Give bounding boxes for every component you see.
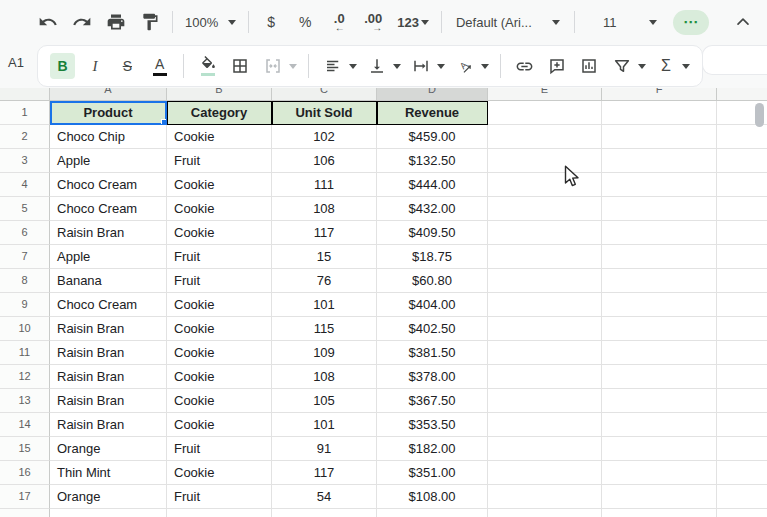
select-all-corner[interactable]	[0, 88, 50, 101]
cell-revenue[interactable]: $459.00	[377, 125, 488, 149]
cell-f1[interactable]	[602, 101, 717, 125]
merge-cells-button[interactable]	[260, 53, 297, 79]
cell-units[interactable]: 76	[272, 269, 377, 293]
row-header[interactable]: 10	[0, 317, 50, 341]
row-header[interactable]: 7	[0, 245, 50, 269]
cell-empty[interactable]	[717, 125, 767, 149]
zoom-select[interactable]: 100%	[185, 15, 236, 30]
cell-revenue[interactable]: $409.50	[377, 221, 488, 245]
name-box[interactable]: A1	[8, 49, 24, 75]
cell-empty[interactable]	[717, 197, 767, 221]
cell-empty[interactable]	[602, 437, 717, 461]
cell-empty[interactable]	[488, 245, 602, 269]
row-header[interactable]: 12	[0, 365, 50, 389]
text-wrap-button[interactable]	[408, 53, 445, 79]
cell-d1[interactable]: Revenue	[377, 101, 488, 125]
vertical-align-button[interactable]	[364, 53, 401, 79]
cell-empty[interactable]	[488, 341, 602, 365]
cell-revenue[interactable]: $18.75	[377, 245, 488, 269]
column-header-d[interactable]: D	[377, 88, 488, 101]
row-header[interactable]: 13	[0, 389, 50, 413]
cell-empty[interactable]	[602, 197, 717, 221]
cell-revenue[interactable]: $351.00	[377, 461, 488, 485]
horizontal-align-button[interactable]	[320, 53, 357, 79]
font-select[interactable]: Default (Ari...	[456, 15, 560, 30]
cell-product[interactable]: Apple	[50, 149, 167, 173]
cell-category[interactable]: Cookie	[167, 197, 272, 221]
cell-units[interactable]: 91	[272, 437, 377, 461]
cell-product[interactable]: Raisin Bran	[50, 365, 167, 389]
cell-empty[interactable]	[717, 317, 767, 341]
cell-e1[interactable]	[488, 101, 602, 125]
cell-empty[interactable]	[488, 461, 602, 485]
cell-empty[interactable]	[602, 125, 717, 149]
cell-units[interactable]: 108	[272, 197, 377, 221]
cell-empty[interactable]	[602, 149, 717, 173]
strikethrough-button[interactable]: S	[115, 53, 140, 79]
cell-empty[interactable]	[602, 269, 717, 293]
undo-button[interactable]	[36, 9, 60, 35]
row-header[interactable]: 17	[0, 485, 50, 509]
row-header[interactable]: 4	[0, 173, 50, 197]
row-header[interactable]: 9	[0, 293, 50, 317]
number-format-button[interactable]: 123	[395, 9, 431, 35]
row-header[interactable]: 2	[0, 125, 50, 149]
paint-format-button[interactable]	[138, 9, 162, 35]
cell-product[interactable]: Raisin Bran	[50, 341, 167, 365]
cell-empty[interactable]	[488, 317, 602, 341]
cell-product[interactable]: Choco Cream	[50, 173, 167, 197]
cell-units[interactable]: 117	[272, 221, 377, 245]
cell-empty[interactable]	[602, 485, 717, 509]
cell-category[interactable]: Fruit	[167, 485, 272, 509]
row-header[interactable]: 5	[0, 197, 50, 221]
cell-revenue[interactable]: $353.50	[377, 413, 488, 437]
cell-units[interactable]: 105	[272, 389, 377, 413]
cell-empty[interactable]	[602, 221, 717, 245]
cell-empty[interactable]	[488, 389, 602, 413]
cell-empty[interactable]	[717, 341, 767, 365]
font-size-select[interactable]: 11	[595, 15, 657, 30]
cell-category[interactable]: Fruit	[167, 149, 272, 173]
cell-product[interactable]: Choco Cream	[50, 293, 167, 317]
cell-empty[interactable]	[488, 269, 602, 293]
cell-empty[interactable]	[488, 365, 602, 389]
cell-product[interactable]: Thin Mint	[50, 461, 167, 485]
insert-chart-button[interactable]	[577, 53, 602, 79]
cell-category[interactable]: Cookie	[167, 389, 272, 413]
hide-menus-button[interactable]	[731, 9, 755, 35]
cell-empty[interactable]	[717, 293, 767, 317]
cell-product[interactable]: Choco Chip	[50, 125, 167, 149]
cell-product[interactable]: Banana	[50, 269, 167, 293]
cell-empty[interactable]	[602, 461, 717, 485]
cell-empty[interactable]	[717, 485, 767, 509]
insert-comment-button[interactable]	[544, 53, 569, 79]
cell-empty[interactable]	[717, 365, 767, 389]
cell-units[interactable]: 109	[272, 341, 377, 365]
cell-units[interactable]: 15	[272, 245, 377, 269]
cell-empty[interactable]	[488, 221, 602, 245]
row-header[interactable]: 3	[0, 149, 50, 173]
column-header-a[interactable]: A	[50, 88, 167, 101]
cell-units[interactable]: 106	[272, 149, 377, 173]
fill-color-button[interactable]	[195, 53, 220, 79]
row-header[interactable]: 14	[0, 413, 50, 437]
row-header-1[interactable]: 1	[0, 101, 50, 125]
cell-empty[interactable]	[488, 437, 602, 461]
cell-units[interactable]: 108	[272, 365, 377, 389]
cell-empty[interactable]	[602, 317, 717, 341]
cell-empty[interactable]	[717, 413, 767, 437]
fill-handle[interactable]	[161, 119, 167, 125]
row-header[interactable]: 16	[0, 461, 50, 485]
cell-empty[interactable]	[717, 245, 767, 269]
cell-revenue[interactable]: $132.50	[377, 149, 488, 173]
cell-empty[interactable]	[717, 389, 767, 413]
cell-category[interactable]: Cookie	[167, 173, 272, 197]
borders-button[interactable]	[228, 53, 253, 79]
format-percent-button[interactable]: %	[293, 9, 317, 35]
cell-empty[interactable]	[717, 269, 767, 293]
cell-units[interactable]: 115	[272, 317, 377, 341]
format-currency-button[interactable]: $	[259, 9, 283, 35]
cell-category[interactable]: Fruit	[167, 269, 272, 293]
cell-empty[interactable]	[602, 341, 717, 365]
print-button[interactable]	[104, 9, 128, 35]
